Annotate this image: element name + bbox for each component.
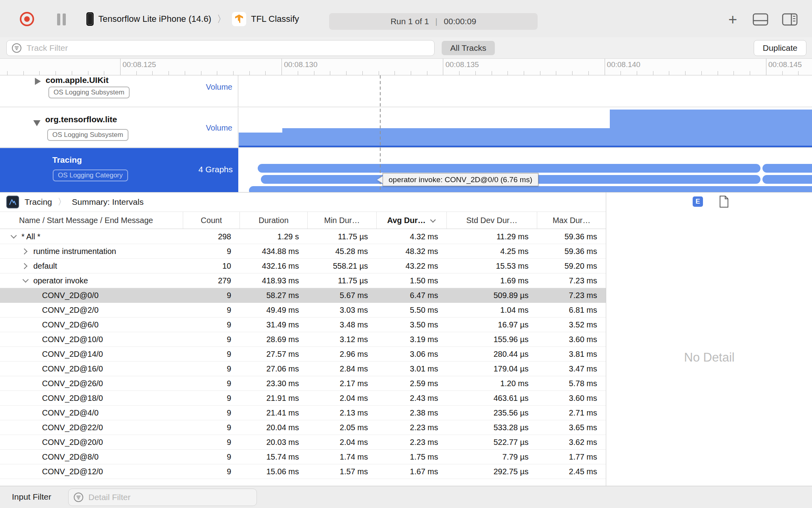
row-min-duration: 3.48 ms	[308, 320, 377, 329]
column-header-name[interactable]: Name / Start Message / End Message	[0, 212, 183, 229]
row-max-duration: 7.23 ms	[537, 291, 606, 300]
duplicate-button[interactable]: Duplicate	[754, 40, 806, 56]
row-duration: 49.49 ms	[240, 306, 308, 315]
row-disclosure-icon[interactable]	[21, 247, 29, 255]
table-row[interactable]: CONV_2D@10/0 9 28.69 ms 3.12 ms 3.19 ms …	[0, 332, 606, 347]
table-row[interactable]: CONV_2D@0/0 9 58.27 ms 5.67 ms 6.47 ms 5…	[0, 288, 606, 303]
track-row-tensorflow[interactable]: org.tensorflow.lite OS Logging Subsystem…	[0, 108, 812, 148]
breadcrumb-root[interactable]: Tracing	[25, 197, 52, 207]
row-max-duration: 7.23 ms	[537, 276, 606, 285]
instrument-icon	[6, 196, 19, 208]
toggle-bottom-pane-button[interactable]	[753, 13, 768, 26]
row-max-duration: 5.78 ms	[537, 379, 606, 388]
disclosure-down-icon[interactable]	[33, 120, 40, 126]
ruler-tick-minor	[685, 71, 686, 75]
time-ruler[interactable]: 00:08.12500:08.13000:08.13500:08.14000:0…	[0, 59, 812, 75]
table-row[interactable]: CONV_2D@18/0 9 21.91 ms 2.04 ms 2.43 ms …	[0, 391, 606, 406]
column-header-duration[interactable]: Duration	[240, 212, 308, 229]
row-max-duration: 1.77 ms	[537, 452, 606, 462]
breadcrumb-page[interactable]: Summary: Intervals	[72, 197, 144, 207]
ruler-tick-minor	[379, 71, 379, 75]
column-header-stddev-duration[interactable]: Std Dev Dur…	[447, 212, 537, 229]
row-disclosure-icon[interactable]	[10, 233, 17, 241]
row-max-duration: 2.71 ms	[537, 408, 606, 418]
ruler-tick-minor	[733, 71, 734, 75]
table-row[interactable]: CONV_2D@22/0 9 20.04 ms 2.05 ms 2.23 ms …	[0, 420, 606, 435]
all-tracks-button[interactable]: All Tracks	[442, 41, 495, 55]
track-header-tensorflow[interactable]: org.tensorflow.lite OS Logging Subsystem…	[0, 108, 238, 147]
track-content-uikit[interactable]	[239, 75, 812, 107]
row-duration: 23.30 ms	[240, 379, 308, 388]
table-header: Name / Start Message / End Message Count…	[0, 212, 606, 229]
track-header-uikit[interactable]: com.apple.UIKit OS Logging Subsystem Vol…	[0, 75, 238, 107]
row-name: CONV_2D@14/0	[42, 350, 103, 359]
table-row[interactable]: CONV_2D@12/0 9 15.06 ms 1.57 ms 1.67 ms …	[0, 464, 606, 479]
track-badge: OS Logging Subsystem	[47, 129, 128, 141]
column-header-min-duration[interactable]: Min Dur…	[308, 212, 377, 229]
table-row[interactable]: CONV_2D@2/0 9 49.49 ms 3.03 ms 5.50 ms 1…	[0, 303, 606, 318]
lane-label: Volume	[206, 83, 232, 92]
iphone-device-icon	[86, 12, 94, 26]
row-name: CONV_2D@0/0	[42, 291, 99, 300]
filter-icon	[73, 492, 84, 502]
document-icon-button[interactable]	[719, 195, 729, 210]
row-avg-duration: 48.32 ms	[377, 247, 447, 256]
column-header-avg-duration[interactable]: Avg Dur…	[377, 212, 447, 229]
ruler-tick-minor	[152, 71, 153, 75]
toggle-right-panel-button[interactable]	[782, 13, 798, 26]
ruler-tick-minor	[362, 71, 363, 75]
column-header-max-duration[interactable]: Max Dur…	[537, 212, 606, 229]
table-row[interactable]: CONV_2D@20/0 9 20.03 ms 2.04 ms 2.23 ms …	[0, 435, 606, 450]
row-name: default	[33, 262, 57, 271]
table-row[interactable]: CONV_2D@26/0 9 23.30 ms 2.17 ms 2.59 ms …	[0, 376, 606, 391]
ruler-tick-minor	[201, 71, 201, 75]
ruler-tick-minor	[540, 71, 540, 75]
row-count: 10	[183, 262, 240, 271]
extended-detail-button[interactable]: E	[693, 196, 703, 207]
row-disclosure-icon[interactable]	[21, 277, 29, 285]
chevron-separator-icon: 〉	[57, 196, 66, 208]
pause-button[interactable]	[56, 13, 67, 25]
row-disclosure-icon[interactable]	[21, 262, 29, 270]
tensorflow-app-icon	[232, 12, 246, 26]
table-row[interactable]: CONV_2D@16/0 9 27.06 ms 2.84 ms 3.01 ms …	[0, 362, 606, 376]
table-row[interactable]: runtime instrumentation 9 434.88 ms 45.2…	[0, 244, 606, 259]
table-row[interactable]: * All * 298 1.29 s 11.75 µs 4.32 ms 11.2…	[0, 229, 606, 244]
table-row[interactable]: CONV_2D@4/0 9 21.41 ms 2.13 ms 2.38 ms 2…	[0, 406, 606, 420]
table-row[interactable]: CONV_2D@14/0 9 27.57 ms 2.96 ms 3.06 ms …	[0, 347, 606, 362]
ruler-tick-minor	[39, 71, 40, 75]
track-filter-bar: Track Filter All Tracks Duplicate	[0, 37, 812, 59]
target-selector[interactable]: Tensorflow Lite iPhone (14.6) 〉 TFL Clas…	[86, 11, 299, 27]
disclosure-right-icon[interactable]	[35, 78, 41, 85]
row-stddev-duration: 4.25 ms	[447, 247, 537, 256]
row-count: 279	[183, 276, 240, 285]
table-row[interactable]: operator invoke 279 418.93 ms 11.75 µs 1…	[0, 273, 606, 288]
ruler-tick-minor	[750, 71, 750, 75]
track-header-tracing[interactable]: Tracing OS Logging Category 4 Graphs	[0, 148, 238, 192]
run-time: 00:00:09	[444, 17, 476, 26]
row-stddev-duration: 155.96 µs	[447, 335, 537, 344]
row-avg-duration: 2.59 ms	[377, 379, 447, 388]
table-row[interactable]: CONV_2D@6/0 9 31.49 ms 3.48 ms 3.50 ms 1…	[0, 318, 606, 332]
add-instrument-button[interactable]: +	[726, 13, 740, 26]
ruler-tick-major	[605, 59, 605, 75]
track-content-volume-chart[interactable]	[239, 108, 812, 147]
row-count: 298	[183, 232, 240, 241]
row-max-duration: 3.81 ms	[537, 350, 606, 359]
column-header-count[interactable]: Count	[183, 212, 240, 229]
track-row-uikit[interactable]: com.apple.UIKit OS Logging Subsystem Vol…	[0, 75, 812, 107]
row-min-duration: 2.13 ms	[308, 408, 377, 418]
ruler-tick-minor	[169, 71, 169, 75]
ruler-tick-minor	[782, 71, 783, 75]
table-row[interactable]: default 10 432.16 ms 558.21 µs 43.22 ms …	[0, 259, 606, 273]
record-button[interactable]	[20, 12, 34, 26]
row-min-duration: 2.04 ms	[308, 394, 377, 403]
row-count: 9	[183, 408, 240, 418]
track-filter-input[interactable]: Track Filter	[6, 40, 435, 56]
row-name: CONV_2D@22/0	[42, 423, 103, 432]
row-min-duration: 2.05 ms	[308, 423, 377, 432]
table-row[interactable]: CONV_2D@8/0 9 15.74 ms 1.74 ms 1.75 ms 7…	[0, 450, 606, 464]
detail-filter-input[interactable]: Detail Filter	[68, 489, 257, 506]
row-stddev-duration: 463.61 µs	[447, 394, 537, 403]
ruler-tick-minor	[653, 71, 653, 75]
